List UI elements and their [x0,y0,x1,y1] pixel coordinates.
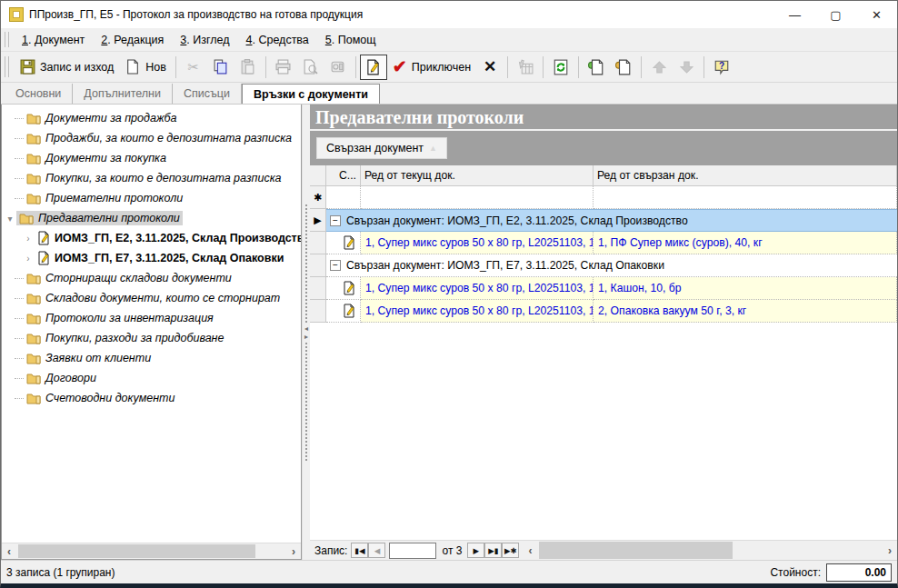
handover-protocols-panel: Предавателни протоколи Свързан документ … [310,105,897,560]
linked-row-cell[interactable]: 1, Кашон, 10, бр [594,277,897,300]
tree-item-purchase-documents[interactable]: Документи за покупка [2,148,301,168]
first-record-button[interactable]: ▮◀ [351,543,368,558]
splitter-collapse-right-icon[interactable]: ▸ [304,333,308,341]
previous-record-button[interactable]: ◀ [368,543,385,558]
column-header-current-row[interactable]: Ред от текущ док. [361,165,594,186]
scrollbar-thumb[interactable] [18,544,255,558]
column-header-linked-row[interactable]: Ред от свързан док. [594,165,897,186]
tree-item-doc-iomz-e2[interactable]: › ИОМЗ_ГП, Е2, 3.11.2025, Склад Производ… [2,228,301,248]
tree-item-handover-protocols[interactable]: ▾ Предавателни протоколи [2,208,301,228]
maximize-button[interactable]: ▢ [815,1,856,28]
current-row-cell[interactable]: 1, Супер микс суров 50 x 80 гр, L2025110… [361,300,594,323]
group-row-text: Свързан документ: ИОМЗ_ГП, Е2, 3.11.2025… [346,214,688,227]
menu-tools[interactable]: 4. Средства [238,28,317,51]
tree-item-doc-iomz-e7[interactable]: › ИОМЗ_ГП, Е7, 3.11.2025, Склад Опаковки [2,248,301,268]
folder-icon [26,392,41,404]
tab-lists[interactable]: Списъци [173,84,242,104]
tree-item-inventory-protocols[interactable]: Протоколи за инвентаризация [2,308,301,328]
menu-view[interactable]: 3. Изглед [172,28,237,51]
menu-edit-label: . Редакция [107,34,164,46]
tree-horizontal-scrollbar[interactable]: ‹ › [2,543,301,559]
last-record-button[interactable]: ▶▮ [484,543,502,558]
scroll-left-icon[interactable]: ‹ [2,545,16,558]
new-record-button[interactable]: ▶✱ [502,543,519,558]
folder-icon [26,352,41,364]
tree-item-accounting-documents[interactable]: Счетоводни документи [2,388,301,408]
pick-from-list-button[interactable] [512,55,539,80]
paste-button[interactable] [234,55,262,80]
tree-item-contracts[interactable]: Договори [2,368,301,388]
group-by-linked-document-button[interactable]: Свързан документ ▲ [316,137,447,159]
collapse-group-icon[interactable]: − [330,260,341,271]
panel-splitter[interactable]: ◂ ▸ [302,105,310,560]
floppy-icon [19,59,35,75]
scroll-right-icon[interactable]: › [286,545,301,558]
title-bar: ППроизв_ГП, Е5 - Протокол за производств… [1,1,897,28]
tree-item-reversed-warehouse-docs[interactable]: Складови документи, които се сторнират [2,288,301,308]
scroll-left-icon[interactable]: ‹ [523,544,537,557]
menubar-grip[interactable] [5,32,9,48]
record-navigator-label: Запис: [314,544,347,557]
menu-edit[interactable]: 2. Редакция [93,28,172,51]
toolbar-grip[interactable] [5,56,9,77]
attachments-button[interactable] [324,55,352,80]
tree-item-label: ИОМЗ_ГП, Е7, 3.11.2025, Склад Опаковки [55,252,284,264]
edit-mode-button[interactable] [360,55,387,80]
grid-data-row[interactable]: 1, Супер микс суров 50 x 80 гр, L2025110… [310,232,897,254]
chevron-right-icon[interactable]: › [22,254,35,264]
tree-item-purchases-deposit-receipt[interactable]: Покупки, за които е депозитната разписка [2,168,301,188]
current-row-cell[interactable]: 1, Супер микс суров 50 x 80 гр, L2025110… [361,277,594,300]
menu-document[interactable]: 1. Документ [14,28,93,51]
move-up-button[interactable] [645,55,673,80]
scrollbar-thumb[interactable] [539,542,733,559]
tree-item-reversal-warehouse-docs[interactable]: Сторниращи складови документи [2,268,301,288]
grid-data-row[interactable]: 1, Супер микс суров 50 x 80 гр, L2025110… [310,300,897,323]
export-excel-button[interactable] [583,55,610,80]
grid-group-row[interactable]: ▶ − Свързан документ: ИОМЗ_ГП, Е2, 3.11.… [310,209,897,232]
help-button[interactable]: ? [708,55,735,80]
tree-item-sales-documents[interactable]: Документи за продажба [2,108,301,128]
new-button[interactable]: Нов [119,55,172,80]
move-down-button[interactable] [673,55,700,80]
scroll-right-icon[interactable]: › [883,544,897,557]
save-and-exit-button[interactable]: Запис и изход [14,55,119,80]
grid-new-row[interactable]: ✱ [310,186,897,209]
grid-header-row: С... Ред от текущ док. Ред от свързан до… [310,165,897,186]
column-header-status[interactable]: С... [326,165,361,186]
print-preview-button[interactable] [297,55,324,80]
collapse-group-icon[interactable]: − [330,215,341,226]
chevron-down-icon[interactable]: ▾ [4,214,16,224]
folder-icon [26,372,41,384]
refresh-button[interactable] [547,55,574,80]
main-area: Документи за продажба Продажби, за които… [1,105,897,560]
splitter-collapse-left-icon[interactable]: ◂ [304,324,308,333]
cut-button[interactable]: ✂ [180,55,207,80]
linked-row-cell[interactable]: 1, ПФ Супер микс (суров), 40, кг [594,232,897,254]
tree-item-client-orders[interactable]: Заявки от клиенти [2,348,301,368]
tab-document-links[interactable]: Връзки с документи [242,84,380,104]
save-and-exit-label: Запис и изход [40,61,114,74]
record-number-input[interactable] [389,543,436,559]
linked-row-cell[interactable]: 2, Опаковка вакуум 50 г, 3, кг [594,300,897,323]
tree-item-acquisition-costs[interactable]: Покупки, разходи за придобиване [2,328,301,348]
tree-item-sales-deposit-receipt[interactable]: Продажби, за които е депозитната разписк… [2,128,301,148]
tree-item-receiving-protocols[interactable]: Приемателни протоколи [2,188,301,208]
folder-icon [26,152,41,164]
current-row-cell[interactable]: 1, Супер микс суров 50 x 80 гр, L2025110… [361,232,594,254]
print-button[interactable] [270,55,297,80]
tab-additional[interactable]: Допълнителни [73,84,173,104]
completed-button[interactable]: ✔ Приключен [387,55,476,80]
next-record-button[interactable]: ▶ [467,543,484,558]
grid-horizontal-scrollbar[interactable] [537,541,883,560]
delete-button[interactable]: ✕ [476,55,504,80]
copy-button[interactable] [207,55,234,80]
close-button[interactable]: ✕ [856,1,897,28]
export-word-button[interactable] [610,55,637,80]
tree-item-label: Приемателни протоколи [45,192,183,204]
minimize-button[interactable]: — [774,1,815,28]
tab-main[interactable]: Основни [5,84,73,104]
grid-group-row[interactable]: − Свързан документ: ИОМЗ_ГП, Е7, 3.11.20… [310,254,897,277]
menu-help[interactable]: 5. Помощ [317,28,384,51]
grid-data-row[interactable]: 1, Супер микс суров 50 x 80 гр, L2025110… [310,277,897,300]
chevron-right-icon[interactable]: › [22,234,35,244]
